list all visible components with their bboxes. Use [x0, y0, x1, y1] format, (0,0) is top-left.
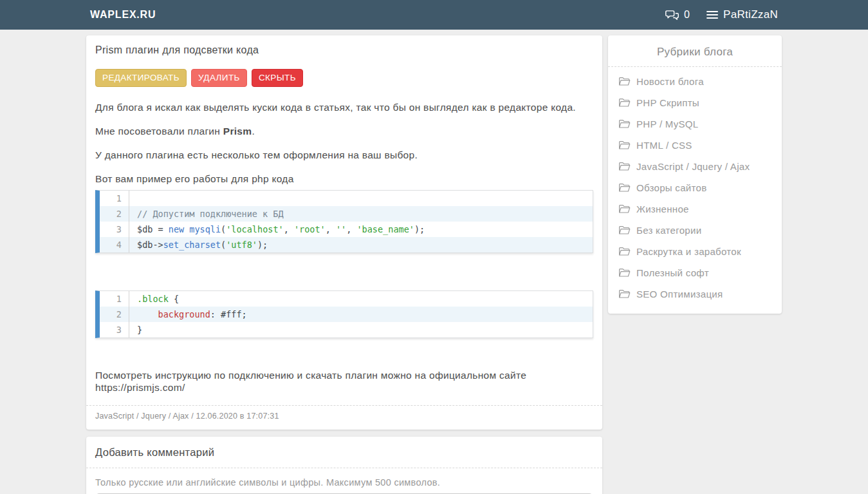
- post-body: Для блога я искал как выделять куски код…: [95, 101, 593, 394]
- chat-bubbles-icon: [665, 9, 679, 21]
- folder-icon: [618, 119, 631, 129]
- sidebar-category-item[interactable]: SEO Оптимизация: [618, 283, 771, 305]
- sidebar-column: Рубрики блога Новости блогаPHP СкриптыPH…: [608, 35, 782, 314]
- edit-button[interactable]: РЕДАКТИРОВАТЬ: [95, 69, 187, 87]
- page-content: Prism плагин для подсветки кода РЕДАКТИР…: [86, 35, 782, 494]
- category-label: Полезный софт: [636, 267, 709, 278]
- code-line: 2 background: #fff;: [100, 307, 593, 322]
- category-label: PHP Скрипты: [636, 97, 699, 108]
- category-label: PHP / MySQL: [636, 119, 698, 129]
- code-line: 1: [100, 191, 593, 206]
- category-label: Жизненное: [636, 204, 689, 214]
- category-label: Новости блога: [636, 76, 704, 87]
- code-text: background: #fff;: [129, 307, 247, 322]
- sidebar-category-item[interactable]: Жизненное: [618, 198, 771, 220]
- category-label: Раскрутка и заработок: [636, 246, 741, 257]
- line-number: 3: [100, 322, 129, 337]
- code-line: 2// Допустим подключение к БД: [100, 206, 593, 222]
- sidebar-category-item[interactable]: Без категории: [618, 220, 771, 241]
- folder-icon: [618, 204, 631, 214]
- comments-counter[interactable]: 0: [665, 9, 690, 21]
- main-column: Prism плагин для подсветки кода РЕДАКТИР…: [86, 35, 602, 494]
- folder-icon: [618, 225, 631, 235]
- folder-icon: [618, 162, 631, 171]
- comment-form-card: Добавить комментарий Только русские или …: [86, 437, 602, 494]
- line-number: 2: [100, 307, 129, 322]
- post-paragraph: Мне посоветовали плагин Prism.: [95, 125, 593, 137]
- hide-button[interactable]: СКРЫТЬ: [252, 69, 303, 87]
- folder-icon: [618, 77, 631, 86]
- comment-hint: Только русские или английские символы и …: [95, 477, 593, 488]
- category-label: SEO Оптимизация: [636, 289, 723, 299]
- code-line: 1.block {: [100, 291, 593, 307]
- folder-icon: [618, 140, 631, 150]
- folder-icon: [618, 183, 631, 193]
- user-menu[interactable]: PaRtiZzaN: [706, 8, 778, 21]
- sidebar-category-item[interactable]: Обзоры сайтов: [618, 177, 771, 198]
- line-number: 3: [100, 222, 129, 237]
- php-code-block: 12// Допустим подключение к БД3$db = new…: [95, 190, 593, 253]
- line-number: 4: [100, 237, 129, 252]
- sidebar-category-item[interactable]: Раскрутка и заработок: [618, 241, 771, 262]
- code-text: $db = new mysqli('localhost', 'root', ''…: [129, 222, 425, 237]
- category-label: Без категории: [636, 225, 701, 236]
- css-code-block: 1.block {2 background: #fff;3}: [95, 290, 593, 338]
- navbar-right: 0 PaRtiZzaN: [665, 8, 778, 21]
- comment-form-title: Добавить комментарий: [95, 446, 593, 459]
- folder-icon: [618, 289, 631, 299]
- post-paragraph: Посмотреть инструкцию по подключению и с…: [95, 369, 593, 394]
- username: PaRtiZzaN: [723, 8, 778, 21]
- comment-form-divider: [86, 468, 602, 468]
- line-number: 1: [100, 291, 129, 307]
- code-text: $db->set_charset('utf8');: [129, 237, 268, 252]
- post-paragraph: У данного плагина есть несколько тем офо…: [95, 149, 593, 161]
- prism-bold-text: Prism: [223, 126, 252, 137]
- sidebar-category-item[interactable]: HTML / CSS: [618, 135, 771, 156]
- site-logo[interactable]: WAPLEX.RU: [90, 9, 156, 21]
- sidebar-category-item[interactable]: Новости блога: [618, 71, 771, 92]
- code-line: 4$db->set_charset('utf8');: [100, 237, 593, 252]
- category-label: HTML / CSS: [636, 140, 692, 151]
- sidebar-category-list: Новости блогаPHP СкриптыPHP / MySQLHTML …: [618, 67, 771, 305]
- sidebar-category-item[interactable]: Полезный софт: [618, 262, 771, 283]
- sidebar-category-item[interactable]: JavaScript / Jquery / Ajax: [618, 156, 771, 177]
- navbar: WAPLEX.RU 0 PaRtiZzaN: [0, 0, 868, 30]
- line-number: 2: [100, 206, 129, 222]
- post-actions: РЕДАКТИРОВАТЬ УДАЛИТЬ СКРЫТЬ: [95, 69, 593, 87]
- delete-button[interactable]: УДАЛИТЬ: [191, 69, 247, 87]
- code-text: // Допустим подключение к БД: [129, 206, 284, 222]
- sidebar-category-item[interactable]: PHP Скрипты: [618, 92, 771, 113]
- post-title: Prism плагин для подсветки кода: [95, 44, 593, 56]
- code-line: 3}: [100, 322, 593, 337]
- code-line: 3$db = new mysqli('localhost', 'root', '…: [100, 222, 593, 237]
- post-card: Prism плагин для подсветки кода РЕДАКТИР…: [86, 35, 602, 430]
- sidebar-category-item[interactable]: PHP / MySQL: [618, 113, 771, 135]
- code-text: .block {: [129, 291, 179, 307]
- comments-count: 0: [684, 9, 690, 21]
- code-text: }: [129, 322, 142, 337]
- folder-icon: [618, 98, 631, 108]
- code-text: [129, 191, 137, 206]
- blog-categories-card: Рубрики блога Новости блогаPHP СкриптыPH…: [608, 35, 782, 314]
- folder-icon: [618, 247, 631, 256]
- category-label: JavaScript / Jquery / Ajax: [636, 161, 750, 172]
- post-meta: JavaScript / Jquery / Ajax / 12.06.2020 …: [95, 406, 593, 424]
- post-paragraph: Вот вам пример его работы для php кода: [95, 173, 593, 185]
- category-label: Обзоры сайтов: [636, 182, 706, 193]
- sidebar-title: Рубрики блога: [618, 46, 771, 59]
- post-paragraph: Для блога я искал как выделять куски код…: [95, 101, 593, 113]
- line-number: 1: [100, 191, 129, 206]
- hamburger-icon: [706, 9, 718, 21]
- folder-icon: [618, 268, 631, 278]
